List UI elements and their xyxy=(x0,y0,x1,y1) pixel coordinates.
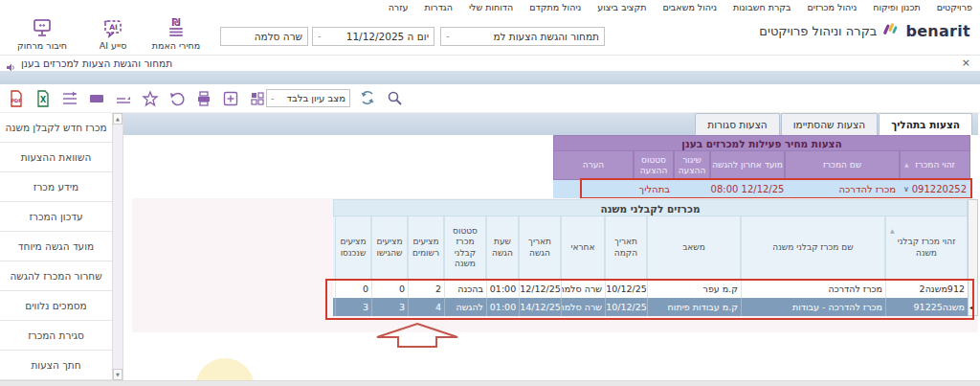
sub-id-value: משנה91225 xyxy=(885,298,968,316)
col-header-submit-time[interactable]: שעת הגשה xyxy=(486,216,519,280)
sidebar-item-compare-offers[interactable]: השוואת ההצעות xyxy=(0,143,112,172)
excel-export-icon[interactable]: X xyxy=(33,88,54,109)
col-header-submitted-bidders[interactable]: מציעים שהגישו xyxy=(371,216,408,280)
sidebar-item-release-tender[interactable]: שחרור המכרז להגשה xyxy=(0,261,112,291)
close-icon[interactable]: × xyxy=(962,57,970,69)
svg-text:PDF: PDF xyxy=(11,98,21,103)
decorative-circle xyxy=(195,358,255,380)
refresh-icon[interactable] xyxy=(358,88,377,111)
col-header-tender-id[interactable]: זהוי המכרז▲ xyxy=(900,151,970,180)
menu-item-projects[interactable]: פרויקטים xyxy=(937,2,972,12)
col-header-entered-bidders[interactable]: מציעים שנכנסו xyxy=(335,216,371,280)
owner-value: שרה סלמה xyxy=(561,280,605,298)
col-header-sub-name[interactable]: שם מכרז קבלני משנה xyxy=(741,216,885,280)
undo-icon[interactable] xyxy=(167,88,188,109)
col-header-offer-status[interactable]: סטטוס ההצעה xyxy=(634,151,674,180)
app-header: benarit בקרה וניהול פרויקטים תמחור והגשת… xyxy=(0,14,980,55)
sidebar-item-offers-cross-section[interactable]: חתך הצעות xyxy=(0,351,112,380)
chevron-down-icon: - xyxy=(271,94,274,103)
col-header-note[interactable]: הערה xyxy=(553,151,634,180)
submit-time-value: 01:00 xyxy=(486,298,519,316)
filter-sliders-icon[interactable] xyxy=(59,88,80,109)
sidebar-scrollbar[interactable]: ▲ ▼ xyxy=(112,113,123,380)
shekel-prices-icon: ₪ xyxy=(165,16,188,39)
active-offers-header-row: זהוי המכרז▲ שם המכרז מועד אחרון להגשה שי… xyxy=(553,151,970,180)
date-combo[interactable]: יום ה 11/12/2025 - xyxy=(312,27,434,46)
search-icon[interactable] xyxy=(385,88,404,111)
owner-value: שרה סלמה xyxy=(561,298,605,316)
col-header-created-date[interactable]: תאריך הקמה xyxy=(605,216,647,280)
favorite-star-icon[interactable] xyxy=(140,88,161,109)
submit-time-value: 01:00 xyxy=(486,280,519,298)
col-header-submit-date[interactable]: תאריך הגשה xyxy=(519,216,561,280)
module-combo[interactable]: תמחור והגשת הצעות למ - xyxy=(440,27,605,46)
main-content: הצעות בתהליך הצעות שהסתיימו הצעות סגורות… xyxy=(123,113,978,380)
menu-item-advanced[interactable]: ניהול מתקדם xyxy=(529,2,581,12)
app-window: פרויקטים תכנון ופיקוח ניהול מכרזים בקרת … xyxy=(0,0,980,386)
active-offer-row[interactable]: 091220252 ∨ מכרז להדרכה 12/12/25 08:00 ב… xyxy=(553,180,970,198)
user-name-value: שרה סלמה xyxy=(255,31,302,42)
row-expander-icon[interactable]: ∨ xyxy=(903,185,909,193)
created-date-value: 10/12/25 xyxy=(605,280,647,298)
entered-count: 3 xyxy=(335,298,371,316)
card-view-icon[interactable] xyxy=(86,88,107,109)
sub-status-value: להגשה xyxy=(444,298,486,316)
tab-offers-in-process[interactable]: הצעות בתהליך xyxy=(879,113,972,135)
ai-assist-button[interactable]: AI ✦ סייע AI xyxy=(78,16,147,51)
status-bar xyxy=(0,380,980,386)
svg-text:₪: ₪ xyxy=(171,17,180,28)
dispatch-value xyxy=(674,180,710,198)
created-date-value: 10/12/25 xyxy=(605,298,647,316)
sidebar-item-close-tender[interactable]: סגירת המכרז xyxy=(0,321,112,351)
sidebar-item-update-tender[interactable]: עדכון המכרז xyxy=(0,202,112,232)
menu-item-resources[interactable]: ניהול משאבים xyxy=(662,2,717,12)
user-name-field[interactable]: שרה סלמה xyxy=(220,27,308,46)
col-header-owner[interactable]: אחראי xyxy=(561,216,605,280)
print-icon[interactable] xyxy=(193,88,214,109)
registered-count: 4 xyxy=(408,298,444,316)
subcontractor-row-selected[interactable]: משנה91225 מכרז להדרכה - עבודות ק.מ עבודו… xyxy=(333,298,968,316)
sidebar-item-tender-info[interactable]: מידע מכרז xyxy=(0,172,112,202)
svg-text:X: X xyxy=(40,96,47,104)
col-header-registered-bidders[interactable]: מציעים רשומים xyxy=(408,216,444,280)
active-offers-table-title: הצעות מחיר פעילות למכרזים בענן xyxy=(553,135,970,151)
sort-icon: ▲ xyxy=(890,227,895,235)
col-header-deadline[interactable]: מועד אחרון להגשה xyxy=(710,151,785,180)
sidebar-item-special-submission-date[interactable]: מועד הגשה מיוחד xyxy=(0,232,112,261)
new-window-icon[interactable] xyxy=(220,88,241,109)
remote-connect-button[interactable]: ↔ חיבור מרחוק xyxy=(8,16,77,51)
sort-lines-icon[interactable] xyxy=(113,88,134,109)
module-combo-value: תמחור והגשת הצעות למ xyxy=(493,31,599,42)
date-combo-value: יום ה 11/12/2025 xyxy=(346,31,429,42)
menu-item-help[interactable]: עזרה xyxy=(389,2,409,12)
menu-item-planning[interactable]: תכנון ופיקוח xyxy=(873,2,920,12)
menu-item-accounts[interactable]: בקרת חשבונות xyxy=(733,2,791,12)
layout-grid-icon[interactable] xyxy=(247,88,268,109)
submit-date-value: 12/12/25 xyxy=(519,280,561,298)
brand-logo-icon xyxy=(882,20,900,41)
pdf-export-icon[interactable]: PDF xyxy=(6,88,27,109)
menu-item-my-reports[interactable]: הדוחות שלי xyxy=(469,2,513,12)
sort-icon: ▲ xyxy=(904,162,909,169)
menu-item-budget[interactable]: תקציב ביצוע xyxy=(597,2,646,12)
scroll-up-icon[interactable]: ▲ xyxy=(113,113,122,125)
tender-name-value: מכרז להדרכה xyxy=(785,180,900,198)
chevron-down-icon: - xyxy=(318,32,321,41)
col-header-sub-status[interactable]: סטטוס מכרז קבלני משנה xyxy=(444,216,486,280)
sub-name-value: מכרז להדרכה - עבודות xyxy=(741,298,885,316)
col-header-resource[interactable]: משאב xyxy=(647,216,741,280)
col-header-sub-id[interactable]: זהוי מכרז קבלני משנה▲ xyxy=(885,216,968,280)
menu-item-settings[interactable]: הגדרות xyxy=(424,2,453,12)
subcontractor-row[interactable]: 912משנה2 מכרז להדרכה ק.מ עפר 10/12/25 שר… xyxy=(333,280,968,298)
sidebar-item-new-subcontractor-tender[interactable]: מכרז חדש לקבלן משנה xyxy=(0,113,112,143)
tab-offers-finished[interactable]: הצעות שהסתיימו xyxy=(781,113,878,135)
menu-item-tenders[interactable]: ניהול מכרזים xyxy=(808,2,858,12)
tab-offers-closed[interactable]: הצעות סגורות xyxy=(695,113,779,135)
col-header-dispatch[interactable]: שיגור ההצעה xyxy=(674,151,710,180)
col-header-tender-name[interactable]: שם המכרז xyxy=(785,151,900,180)
sidebar-item-attached-documents[interactable]: מסמכים נלווים xyxy=(0,291,112,321)
view-mode-combo[interactable]: מצב עיון בלבד - xyxy=(266,89,350,107)
scroll-down-icon[interactable]: ▼ xyxy=(113,369,122,380)
brand-subtitle: בקרה וניהול פרויקטים xyxy=(759,24,877,38)
true-prices-button[interactable]: ₪ מחירי האמת xyxy=(142,16,211,51)
